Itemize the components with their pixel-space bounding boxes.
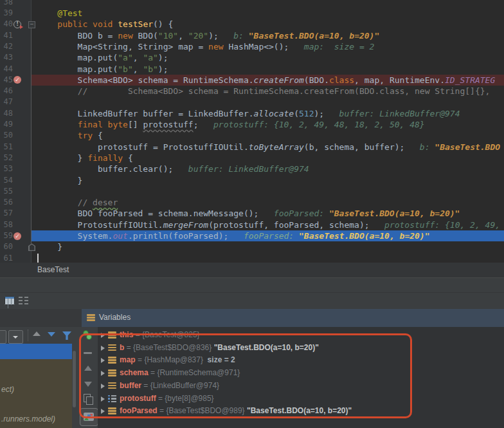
gutter-line-52[interactable]: 52	[0, 153, 31, 163]
expand-triangle-icon[interactable]	[101, 409, 105, 414]
code-line-46[interactable]: // Schema<BDO> schema = RuntimeSchema.cr…	[32, 86, 504, 97]
breakpoint-icon[interactable]: ✓	[14, 76, 21, 84]
gutter-line-53[interactable]: 53	[0, 163, 31, 174]
thread-combo-partial[interactable]	[0, 330, 6, 344]
gutter-line-39[interactable]: 39	[0, 8, 31, 19]
next-frame-icon[interactable]	[48, 332, 55, 337]
code-line-59[interactable]: System.out.println(fooParsed); fooParsed…	[32, 230, 504, 241]
gutter-line-40[interactable]: 40!	[0, 19, 31, 30]
code-line-44[interactable]: map.put("b", "b");	[32, 64, 504, 75]
code-line-55[interactable]	[32, 186, 504, 197]
expand-triangle-icon[interactable]	[101, 371, 105, 376]
variable-text: fooParsed = {BaseTest$BDO@989} "BaseTest…	[120, 405, 352, 418]
editor-gutter[interactable]: 383940!4142434445✓4647484950515253545556…	[0, 0, 32, 263]
code-token: () {	[153, 19, 173, 29]
code-token: ,	[133, 64, 143, 74]
copy-value-icon[interactable]	[84, 394, 91, 402]
show-watches-toggle-button[interactable]	[80, 408, 98, 426]
variable-row-buffer[interactable]: buffer = {LinkedBuffer@974}	[98, 380, 504, 393]
gutter-line-54[interactable]: 54	[0, 175, 31, 186]
variable-row-schema[interactable]: schema = {RuntimeSchema@971}	[98, 367, 504, 380]
gutter-line-41[interactable]: 41	[0, 30, 31, 41]
code-line-57[interactable]: BDO fooParsed = schema.newMessage(); foo…	[32, 208, 504, 219]
move-watch-down-icon[interactable]	[84, 382, 92, 387]
code-token	[37, 198, 78, 207]
panel-splitter[interactable]	[0, 277, 504, 292]
code-line-56[interactable]: // deser	[32, 197, 504, 208]
line-number: 50	[0, 130, 13, 141]
expand-triangle-icon[interactable]	[101, 346, 105, 351]
code-line-40[interactable]: public void testSer() {	[32, 19, 504, 30]
breakpoint-icon[interactable]: ✓	[14, 232, 21, 240]
gutter-line-50[interactable]: 50	[0, 130, 31, 141]
code-line-51[interactable]: protostuff = ProtostuffIOUtil.toByteArra…	[32, 142, 504, 153]
previous-frame-icon[interactable]	[33, 331, 40, 336]
gutter-line-47[interactable]: 47	[0, 97, 31, 107]
gutter-line-60[interactable]: 60	[0, 241, 31, 252]
add-watch-icon[interactable]	[83, 330, 89, 336]
code-line-58[interactable]: ProtostuffIOUtil.mergeFrom(protostuff, f…	[32, 219, 504, 230]
code-line-43[interactable]: map.put("a", "a");	[32, 52, 504, 63]
code-line-54[interactable]: }	[32, 175, 504, 186]
code-editor[interactable]: 383940!4142434445✓4647484950515253545556…	[0, 0, 504, 263]
gutter-line-44[interactable]: 44	[0, 64, 31, 75]
code-line-39[interactable]: @Test	[32, 8, 504, 19]
code-line-52[interactable]: } finally {	[32, 153, 504, 163]
test-state-icon[interactable]: !	[14, 21, 21, 28]
gutter-line-45[interactable]: 45✓	[0, 75, 31, 86]
code-line-60[interactable]: }	[32, 241, 504, 252]
variable-row-this[interactable]: this = {BaseTest@825}	[98, 329, 504, 342]
gutter-line-42[interactable]: 42	[0, 41, 31, 52]
code-line-50[interactable]: try {	[32, 130, 504, 141]
frames-panel[interactable]: ect).runners.model)	[0, 327, 72, 428]
code-token: protostuff	[143, 120, 193, 129]
variables-panel-header[interactable]: Variables	[82, 309, 504, 327]
thread-combo-dropdown[interactable]	[8, 330, 23, 344]
expand-triangle-icon[interactable]	[101, 384, 105, 389]
gutter-line-49[interactable]: 49	[0, 119, 31, 130]
gutter-line-56[interactable]: 56	[0, 197, 31, 208]
move-watch-up-icon[interactable]	[84, 366, 92, 371]
gutter-line-55[interactable]: 55	[0, 186, 31, 197]
code-line-61[interactable]	[32, 253, 504, 263]
gutter-line-57[interactable]: 57	[0, 208, 31, 219]
code-line-45[interactable]: Schema<BDO> schema = RuntimeSchema.creat…	[32, 75, 504, 86]
gutter-line-59[interactable]: 59✓	[0, 230, 31, 241]
expand-triangle-icon[interactable]	[101, 396, 105, 402]
fold-collapse-icon[interactable]: –	[28, 21, 35, 28]
remove-watch-icon[interactable]	[84, 352, 92, 354]
code-area[interactable]: @Test public void testSer() { BDO b = ne…	[32, 0, 504, 263]
gutter-line-48[interactable]: 48	[0, 108, 31, 119]
gutter-line-61[interactable]: 61	[0, 253, 31, 263]
array-value-icon	[108, 395, 116, 403]
console-view-icon[interactable]	[4, 296, 15, 305]
filter-frames-icon[interactable]	[62, 331, 71, 340]
code-line-47[interactable]	[32, 97, 504, 107]
gutter-line-43[interactable]: 43	[0, 52, 31, 63]
code-line-42[interactable]: Map<String, String> map = new HashMap<>(…	[32, 41, 504, 52]
expand-triangle-icon[interactable]	[101, 358, 105, 363]
code-line-49[interactable]: final byte[] protostuff; protostuff: {10…	[32, 119, 504, 130]
frames-scrollbar[interactable]	[73, 351, 76, 407]
frame-row[interactable]: .runners.model)	[1, 414, 55, 423]
gutter-line-38[interactable]: 38	[0, 0, 31, 8]
gutter-line-58[interactable]: 58	[0, 219, 31, 230]
variable-row-protostuff[interactable]: protostuff = {byte[8]@985}	[98, 393, 504, 405]
frame-row[interactable]: ect)	[1, 385, 14, 394]
breadcrumb-item-class[interactable]: BaseTest	[37, 263, 69, 277]
variable-row-fooParsed[interactable]: fooParsed = {BaseTest$BDO@989} "BaseTest…	[98, 405, 504, 418]
variables-panel[interactable]: this = {BaseTest@825}b = {BaseTest$BDO@8…	[98, 327, 504, 428]
gutter-line-51[interactable]: 51	[0, 142, 31, 153]
restore-layout-icon[interactable]	[19, 296, 29, 305]
code-line-38[interactable]	[32, 0, 504, 8]
code-line-48[interactable]: LinkedBuffer buffer = LinkedBuffer.alloc…	[32, 108, 504, 119]
expand-triangle-icon[interactable]	[101, 333, 105, 338]
variable-row-map[interactable]: map = {HashMap@837} size = 2	[98, 354, 504, 367]
line-number: 56	[0, 197, 13, 208]
frame-row-selected[interactable]	[0, 344, 72, 359]
code-token: BDO(	[133, 31, 158, 41]
gutter-line-46[interactable]: 46	[0, 86, 31, 97]
variable-row-b[interactable]: b = {BaseTest$BDO@836} "BaseTest.BDO(a=1…	[98, 342, 504, 355]
code-line-53[interactable]: buffer.clear(); buffer: LinkedBuffer@974	[32, 163, 504, 174]
code-line-41[interactable]: BDO b = new BDO("10", "20"); b: "BaseTes…	[32, 30, 504, 41]
